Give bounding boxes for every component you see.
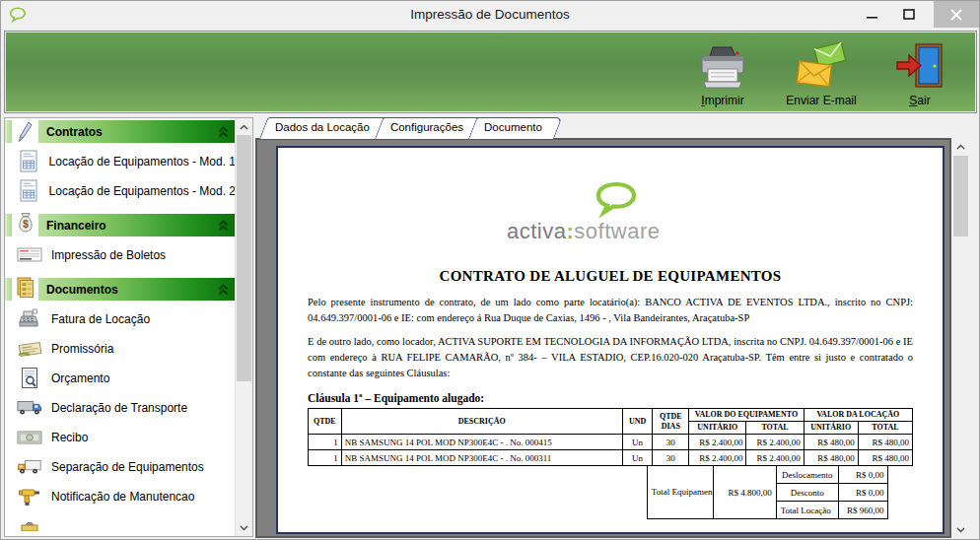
- sidebar-section-financeiro[interactable]: $ Financeiro: [5, 214, 236, 236]
- truck-icon: [17, 398, 42, 418]
- deslocamento-value: R$ 0,00: [838, 466, 887, 484]
- pen-icon: [12, 120, 38, 143]
- sidebar-item-declaracao-transporte[interactable]: Declaração de Transporte: [5, 393, 236, 423]
- contract-document-icon: [17, 179, 40, 203]
- sidebar-item-orcamento[interactable]: Orçamento: [5, 364, 236, 393]
- sidebar-item-label: Promissória: [51, 342, 113, 356]
- sidebar-item-label: Separação de Equipamentos: [51, 460, 204, 474]
- sidebar-item-notificacao-manutencao[interactable]: Notificação de Manutencao: [5, 482, 236, 511]
- sidebar-scrollbar[interactable]: [235, 118, 252, 536]
- sidebar-item-label: Locação de Equipamentos - Mod. 2: [49, 184, 236, 198]
- exit-door-icon: [894, 41, 945, 91]
- printer-icon: [696, 41, 749, 91]
- tab-configuracoes[interactable]: Configurações: [375, 117, 475, 139]
- exit-label: Sair: [909, 94, 930, 107]
- exit-button[interactable]: Sair: [877, 36, 962, 107]
- deslocamento-label: Deslocamento: [776, 466, 838, 484]
- section-label: Contratos: [38, 125, 218, 139]
- desconto-label: Desconto: [776, 484, 838, 502]
- title-bar: Impressão de Documentos: [1, 1, 979, 29]
- clause-1-heading: Cláusula 1ª – Equipamento alugado:: [308, 392, 913, 404]
- sidebar-item-recibo[interactable]: Recibo: [5, 423, 236, 452]
- sidebar-item-fatura-locacao[interactable]: Fatura de Locação: [5, 304, 236, 334]
- total-locacao-label: Total Locação: [776, 502, 838, 519]
- scroll-up-arrow[interactable]: [952, 138, 969, 155]
- sidebar-section-contratos[interactable]: Contratos: [5, 120, 236, 143]
- collapse-chevron-icon[interactable]: [218, 126, 236, 138]
- document-page: activa:software CONTRATO DE ALUGUEL DE E…: [276, 146, 945, 534]
- scrollbar-thumb[interactable]: [953, 156, 968, 236]
- document-scrollbar[interactable]: [952, 138, 970, 538]
- document-preview-panel: activa:software CONTRATO DE ALUGUEL DE E…: [255, 138, 951, 538]
- section-label: Financeiro: [38, 219, 218, 233]
- col-header-valor-equipamento: VALOR DO EQUIPAMENTO: [689, 409, 804, 422]
- sidebar-item-impressao-boletos[interactable]: Impressão de Boletos: [5, 240, 236, 270]
- section-header-bar: Contratos: [38, 120, 236, 143]
- maximize-icon: [903, 9, 915, 20]
- section-header-bar: Documentos: [38, 278, 236, 301]
- sidebar-item-promissoria[interactable]: Promissória: [5, 334, 236, 364]
- tab-documento[interactable]: Documento: [468, 117, 554, 139]
- totals-table: Total Equipamento R$ 4.800,00 Deslocamen…: [647, 465, 889, 519]
- drill-icon: [17, 486, 42, 507]
- scrollbar-thumb[interactable]: [237, 135, 251, 381]
- sidebar-item-partial[interactable]: [5, 511, 236, 536]
- total-locacao-value: R$ 960,00: [838, 502, 887, 519]
- sidebar-item-locacao-mod1[interactable]: Locação de Equipamentos - Mod. 1: [5, 147, 236, 176]
- print-label: Imprimir: [701, 94, 743, 107]
- money-bag-icon: $: [12, 214, 38, 236]
- boleto-icon: [17, 246, 42, 264]
- promissory-note-icon: [17, 340, 42, 358]
- delivery-truck-icon: [17, 457, 42, 477]
- header-strip: [5, 278, 12, 301]
- money-bill-icon: [17, 430, 42, 445]
- scroll-up-arrow[interactable]: [236, 118, 252, 135]
- sidebar-item-label: Impressão de Boletos: [51, 248, 166, 262]
- col-header-qtde-dias: QTDE DIAS: [653, 409, 689, 435]
- sidebar-item-label: Orçamento: [51, 371, 109, 385]
- app-window: Impressão de Documentos: [0, 0, 980, 540]
- sidebar-item-label: Notificação de Manutencao: [51, 490, 194, 504]
- header-strip: [5, 120, 12, 143]
- minimize-icon: [867, 10, 877, 20]
- section-header-bar: Financeiro: [38, 214, 236, 236]
- minimize-button[interactable]: [855, 1, 888, 28]
- budget-document-icon: [17, 367, 42, 390]
- email-icon: [793, 41, 850, 91]
- maximize-button[interactable]: [892, 1, 926, 28]
- col-header-unitario: UNITÁRIO: [804, 422, 858, 435]
- col-header-valor-locacao: VALOR DA LOCAÇÃO: [804, 409, 912, 422]
- col-header-total: TOTAL: [746, 422, 804, 435]
- sidebar-item-locacao-mod2[interactable]: Locação de Equipamentos - Mod. 2: [5, 176, 236, 206]
- desconto-value: R$ 0,00: [838, 484, 887, 502]
- activa-software-logo: activa:software: [507, 187, 714, 244]
- sidebar-section-documentos[interactable]: Documentos: [5, 278, 236, 301]
- send-email-button[interactable]: Enviar E-mail: [779, 36, 864, 107]
- tab-dados-da-locacao[interactable]: Dados da Locação: [259, 117, 382, 139]
- clause-2-heading: Cláusula 2ª – Período de aluguel:: [308, 533, 913, 534]
- collapse-chevron-icon[interactable]: [218, 284, 236, 296]
- section-label: Documentos: [38, 283, 218, 297]
- close-button[interactable]: [934, 1, 979, 28]
- logo-speech-bubble-icon: [594, 181, 639, 219]
- col-header-total: TOTAL: [858, 422, 912, 435]
- contract-paragraph-1: Pelo presente instrumento de contrato, d…: [308, 295, 913, 327]
- total-equipment-label: Total Equipamento: [647, 466, 714, 519]
- collapse-chevron-icon[interactable]: [218, 220, 236, 232]
- scroll-down-arrow[interactable]: [236, 519, 252, 536]
- tab-strip: Dados da Locação Configurações Documento: [259, 117, 547, 139]
- table-row: 1 NB SAMSUNG 14 POL MOD NP300E4C - . No.…: [309, 450, 913, 466]
- window-title: Impressão de Documentos: [1, 1, 979, 29]
- sidebar-item-label: Fatura de Locação: [51, 312, 150, 326]
- header-strip: [5, 214, 12, 236]
- documents-stack-icon: [12, 278, 38, 301]
- close-icon: [950, 9, 962, 21]
- print-button[interactable]: Imprimir: [680, 36, 765, 107]
- sidebar-item-label: Declaração de Transporte: [51, 401, 187, 415]
- table-row: 1 NB SAMSUNG 14 POL MOD NP300E4C - . No.…: [309, 435, 913, 450]
- scroll-down-arrow[interactable]: [952, 521, 969, 538]
- sidebar: Contratos Locaç: [4, 117, 253, 537]
- sidebar-item-separacao-equipamentos[interactable]: Separação de Equipamentos: [5, 452, 236, 482]
- toolbar: Imprimir Enviar E-mail: [4, 31, 977, 113]
- clipboard-icon: [17, 521, 42, 531]
